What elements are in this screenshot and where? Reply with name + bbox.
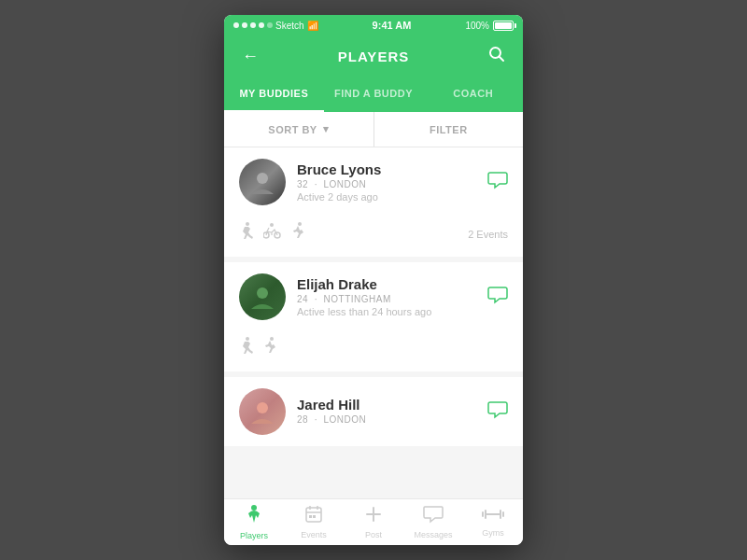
bottom-nav: Players Events P (224, 498, 523, 545)
signal-dot-4 (259, 22, 264, 28)
player-meta-elijah: 24 · NOTTINGHAM (297, 294, 476, 304)
player-card-elijah-drake: Elijah Drake 24 · NOTTINGHAM Active less… (224, 262, 523, 371)
tab-my-buddies[interactable]: MY BUDDIES (224, 77, 324, 112)
nav-gyms-icon (482, 507, 504, 526)
svg-point-2 (257, 173, 268, 184)
player-sports-elijah (224, 331, 523, 371)
nav-post-icon (364, 505, 383, 528)
tab-find-a-buddy[interactable]: FIND A BUDDY (324, 77, 424, 112)
sports-icons-elijah (239, 337, 278, 360)
player-meta-bruce: 32 · LONDON (297, 179, 476, 189)
player-city-jared: LONDON (324, 414, 367, 425)
player-active-elijah: Active less than 24 hours ago (297, 306, 476, 317)
filter-label: FILTER (430, 124, 468, 135)
battery-level (495, 22, 512, 29)
status-bar: Sketch 📶 9:41 AM 100% (224, 15, 523, 35)
sport-running-icon-bruce (239, 222, 254, 245)
player-name-jared: Jared Hill (297, 397, 476, 413)
svg-line-1 (500, 56, 504, 61)
back-button[interactable]: ← (239, 47, 261, 66)
sports-icons-bruce (239, 222, 306, 245)
sort-by-button[interactable]: SORT BY ▾ (224, 112, 374, 147)
avatar-elijah-drake (239, 273, 286, 320)
nav-gyms[interactable]: Gyms (463, 499, 523, 545)
signal-dot-5 (267, 22, 273, 28)
nav-post[interactable]: Post (344, 499, 403, 545)
wifi-icon: 📶 (307, 21, 318, 31)
battery-percent: 100% (465, 21, 489, 31)
nav-messages[interactable]: Messages (403, 499, 463, 545)
player-meta-jared: 28 · LONDON (297, 414, 476, 425)
svg-point-12 (251, 505, 257, 511)
avatar-jared-hill (239, 388, 286, 435)
svg-point-11 (257, 402, 268, 413)
avatar-bruce-lyons (239, 159, 286, 205)
player-info-bruce: Bruce Lyons 32 · LONDON Active 2 days ag… (297, 161, 476, 203)
svg-point-10 (270, 337, 274, 341)
phone-container: Sketch 📶 9:41 AM 100% ← PLAYERS MY BUDDI… (224, 15, 523, 545)
sort-chevron-icon: ▾ (323, 123, 330, 135)
player-card-bruce-lyons: Bruce Lyons 32 · LONDON Active 2 days ag… (224, 147, 523, 257)
nav-gyms-label: Gyms (482, 528, 504, 538)
player-age-bruce: 32 (297, 179, 308, 189)
signal-dot-1 (233, 22, 239, 28)
player-card-jared-hill: Jared Hill 28 · LONDON (224, 377, 523, 446)
player-info-elijah: Elijah Drake 24 · NOTTINGHAM Active less… (297, 276, 476, 317)
svg-point-9 (246, 337, 249, 341)
player-name-elijah: Elijah Drake (297, 276, 476, 292)
signal-dot-3 (250, 22, 256, 28)
battery-icon (493, 21, 514, 31)
player-main-bruce: Bruce Lyons 32 · LONDON Active 2 days ag… (224, 147, 523, 217)
svg-point-3 (246, 222, 249, 226)
nav-tabs: MY BUDDIES FIND A BUDDY COACH (224, 77, 523, 112)
sport-cycling-icon-bruce (263, 222, 282, 245)
sport-jogging-icon-bruce (291, 222, 306, 245)
player-age-elijah: 24 (297, 294, 308, 304)
svg-point-4 (270, 223, 274, 227)
nav-post-label: Post (365, 530, 382, 539)
sport-running-icon-elijah (239, 337, 254, 360)
nav-players-icon (245, 504, 263, 529)
player-age-jared: 28 (297, 414, 308, 425)
nav-events[interactable]: Events (284, 499, 344, 545)
nav-messages-icon (423, 505, 444, 528)
chat-button-elijah[interactable] (487, 285, 508, 310)
nav-players-label: Players (240, 531, 268, 540)
player-active-bruce: Active 2 days ago (297, 191, 476, 203)
chat-button-bruce[interactable] (487, 170, 508, 195)
chat-button-jared[interactable] (487, 399, 508, 425)
nav-players[interactable]: Players (224, 499, 284, 545)
events-count-bruce: 2 Events (468, 229, 508, 240)
player-sports-bruce: 2 Events (224, 217, 523, 257)
page-title: PLAYERS (261, 49, 486, 64)
status-time: 9:41 AM (373, 20, 412, 31)
filter-button[interactable]: FILTER (374, 112, 524, 147)
player-main-jared: Jared Hill 28 · LONDON (224, 377, 523, 446)
svg-point-7 (298, 222, 302, 226)
app-header: ← PLAYERS (224, 35, 523, 77)
player-name-bruce: Bruce Lyons (297, 161, 476, 177)
player-main-elijah: Elijah Drake 24 · NOTTINGHAM Active less… (224, 262, 523, 331)
svg-rect-18 (313, 515, 316, 518)
player-city-elijah: NOTTINGHAM (324, 294, 391, 304)
nav-messages-label: Messages (414, 530, 452, 539)
sort-filter-bar: SORT BY ▾ FILTER (224, 112, 523, 147)
carrier-name: Sketch (275, 21, 304, 31)
svg-rect-13 (306, 508, 321, 522)
nav-events-label: Events (301, 530, 327, 539)
search-button[interactable] (486, 46, 508, 67)
tab-coach[interactable]: COACH (423, 77, 523, 112)
signal-dot-2 (242, 22, 247, 28)
svg-rect-17 (309, 515, 312, 518)
status-left: Sketch 📶 (233, 21, 318, 31)
sort-by-label: SORT BY (268, 124, 317, 135)
player-info-jared: Jared Hill 28 · LONDON (297, 397, 476, 427)
sport-jogging-icon-elijah (263, 337, 278, 360)
player-city-bruce: LONDON (324, 179, 367, 189)
status-right: 100% (465, 21, 514, 31)
nav-events-icon (304, 505, 323, 528)
svg-point-8 (257, 287, 268, 299)
player-list: Bruce Lyons 32 · LONDON Active 2 days ag… (224, 147, 523, 498)
